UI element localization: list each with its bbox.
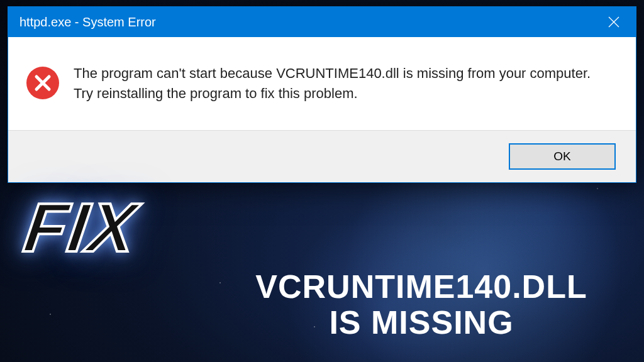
close-button[interactable] xyxy=(592,7,636,37)
error-icon xyxy=(26,66,60,100)
dialog-message: The program can't start because VCRUNTIM… xyxy=(74,63,613,104)
overlay-subtitle: VCRUNTIME140.DLL IS MISSING xyxy=(208,269,635,341)
ok-button[interactable]: OK xyxy=(509,143,616,170)
titlebar[interactable]: httpd.exe - System Error xyxy=(8,7,636,37)
overlay-subtitle-line1: VCRUNTIME140.DLL xyxy=(208,269,635,305)
dialog-body: The program can't start because VCRUNTIM… xyxy=(8,37,636,130)
dialog-title: httpd.exe - System Error xyxy=(19,15,156,30)
error-dialog: httpd.exe - System Error The program can… xyxy=(8,6,636,183)
dialog-footer: OK xyxy=(8,130,636,182)
overlay-subtitle-line2: IS MISSING xyxy=(208,305,635,341)
close-icon xyxy=(608,16,619,28)
overlay-fix-label: FIX xyxy=(19,187,142,267)
